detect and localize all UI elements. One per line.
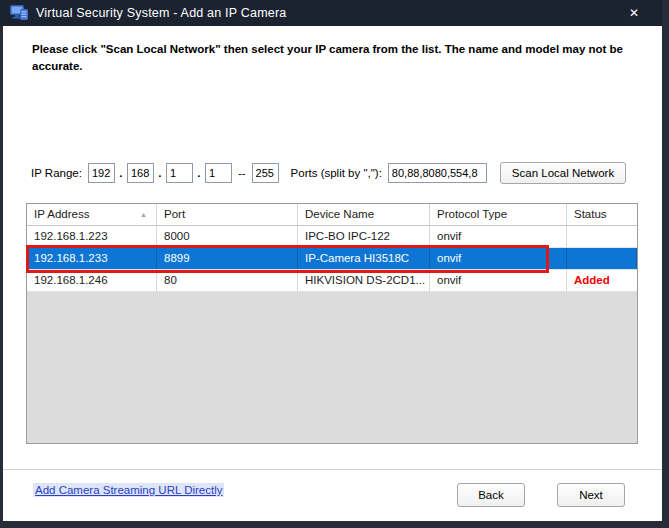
ip-range-label: IP Range: — [31, 167, 82, 179]
cell-ip-address: 192.168.1.246 — [27, 270, 157, 291]
column-header-ip-address[interactable]: IP Address ▲ — [27, 204, 157, 225]
sort-ascending-icon: ▲ — [140, 204, 147, 225]
ports-input[interactable] — [388, 163, 487, 183]
octet-separator: . — [117, 167, 125, 179]
scan-controls-row: IP Range: . . . -- Ports (split by ","):… — [31, 162, 641, 184]
cell-port: 80 — [157, 270, 298, 291]
octet-separator: . — [156, 167, 164, 179]
cell-device-name: HIKVISION DS-2CD1... — [298, 270, 430, 291]
cell-protocol-type: onvif — [430, 226, 567, 247]
table-header-row: IP Address ▲ Port Device Name Protocol T… — [27, 204, 637, 226]
cell-ip-address: 192.168.1.223 — [27, 226, 157, 247]
ip-octet-4-input[interactable] — [205, 163, 232, 183]
range-separator: -- — [238, 167, 246, 179]
cell-ip-address: 192.168.1.233 — [27, 248, 157, 269]
cell-device-name: IPC-BO IPC-122 — [298, 226, 430, 247]
ip-octet-3-input[interactable] — [166, 163, 193, 183]
ip-octet-1-input[interactable] — [88, 163, 115, 183]
back-button[interactable]: Back — [457, 483, 525, 507]
scan-local-network-button[interactable]: Scan Local Network — [500, 162, 626, 184]
table-row-selected[interactable]: 192.168.1.233 8899 IP-Camera HI3518C onv… — [27, 248, 637, 270]
octet-separator: . — [195, 167, 203, 179]
cell-status — [567, 226, 637, 247]
cell-status-added: Added — [567, 270, 637, 291]
column-header-device-name[interactable]: Device Name — [298, 204, 430, 225]
footer-divider — [3, 469, 662, 470]
window-title: Virtual Security System - Add an IP Came… — [36, 6, 286, 20]
instruction-text: Please click "Scan Local Network" then s… — [32, 41, 632, 75]
title-bar: Virtual Security System - Add an IP Came… — [0, 0, 662, 26]
cell-port: 8899 — [157, 248, 298, 269]
cell-status — [567, 248, 637, 269]
column-header-protocol-type[interactable]: Protocol Type — [430, 204, 567, 225]
add-camera-streaming-url-link[interactable]: Add Camera Streaming URL Directly — [33, 483, 224, 497]
close-icon[interactable]: ✕ — [618, 0, 650, 26]
ports-label: Ports (split by ","): — [291, 167, 382, 179]
device-table: IP Address ▲ Port Device Name Protocol T… — [26, 203, 638, 444]
next-button[interactable]: Next — [557, 483, 625, 507]
table-row[interactable]: 192.168.1.223 8000 IPC-BO IPC-122 onvif — [27, 226, 637, 248]
cell-protocol-type: onvif — [430, 248, 567, 269]
table-row[interactable]: 192.168.1.246 80 HIKVISION DS-2CD1... on… — [27, 270, 637, 292]
column-header-status[interactable]: Status — [567, 204, 637, 225]
ip-octet-2-input[interactable] — [127, 163, 154, 183]
cell-device-name: IP-Camera HI3518C — [298, 248, 430, 269]
ip-range-end-input[interactable] — [252, 163, 279, 183]
app-icon — [9, 4, 29, 22]
cell-port: 8000 — [157, 226, 298, 247]
column-header-port[interactable]: Port — [157, 204, 298, 225]
cell-protocol-type: onvif — [430, 270, 567, 291]
